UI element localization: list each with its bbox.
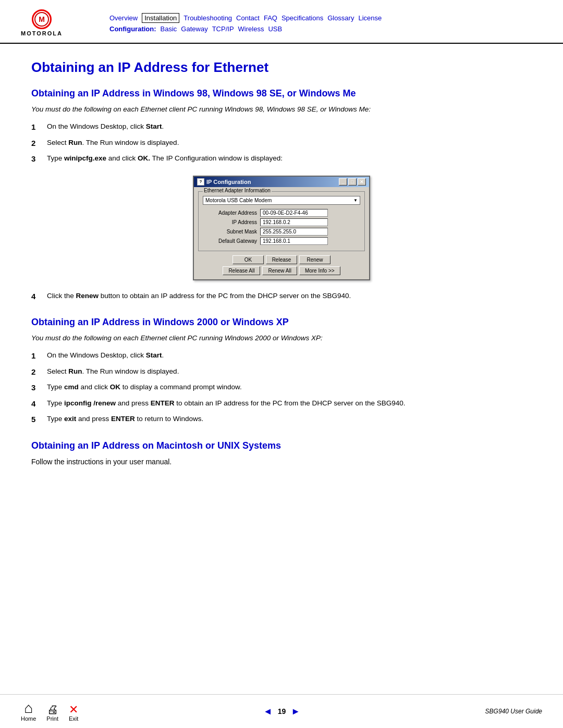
section-1: Obtaining an IP Address in Windows 98, W…: [31, 88, 532, 302]
nav-overview[interactable]: Overview: [109, 14, 138, 22]
default-gateway-label: Default Gateway: [203, 238, 260, 244]
step-1-4: 4 Click the Renew button to obtain an IP…: [31, 291, 532, 303]
section-2-steps: 1 On the Windows Desktop, click Start. 2…: [31, 350, 532, 426]
main-content: Obtaining an IP Address for Ethernet Obt…: [0, 44, 563, 533]
win-buttons-row1[interactable]: OK Release Renew: [198, 255, 365, 264]
step-1-1: 1 On the Windows Desktop, click Start.: [31, 121, 532, 133]
exit-icon: ✕: [69, 704, 78, 715]
nav-area: Overview Installation Troubleshooting Co…: [109, 13, 382, 33]
nav-row-2: Configuration: Basic Gateway TCP/IP Wire…: [109, 25, 382, 33]
motorola-text: MOTOROLA: [21, 30, 63, 36]
step-1-2: 2 Select Run. The Run window is displaye…: [31, 138, 532, 150]
header: M MOTOROLA Overview Installation Trouble…: [0, 0, 563, 44]
section-1-steps: 1 On the Windows Desktop, click Start. 2…: [31, 121, 532, 165]
ip-config-container: ? IP Configuration _ □ ✕ Ethernet Adapte…: [31, 176, 532, 280]
prev-page-button[interactable]: ◄: [263, 706, 273, 717]
config-label: Configuration:: [109, 25, 156, 33]
section-1-heading: Obtaining an IP Address in Windows 98, W…: [31, 88, 532, 99]
step-text: On the Windows Desktop, click Start.: [47, 121, 532, 133]
win-title-bar: ? IP Configuration _ □ ✕: [194, 177, 369, 187]
close-button[interactable]: ✕: [358, 178, 366, 186]
default-gateway-row: Default Gateway 192.168.0.1: [203, 237, 360, 245]
more-info-button[interactable]: More Info >>: [299, 266, 340, 275]
nav-contact[interactable]: Contact: [236, 14, 260, 22]
home-label: Home: [21, 715, 36, 722]
home-button[interactable]: ⌂ Home: [21, 701, 36, 722]
nav-specifications[interactable]: Specifications: [282, 14, 323, 22]
footer-page: ◄ 19 ►: [263, 706, 300, 717]
ip-address-value: 192.168.0.2: [260, 218, 328, 226]
motorola-icon: M: [32, 9, 52, 29]
step-number: 1: [31, 121, 47, 133]
ip-config-window: ? IP Configuration _ □ ✕ Ethernet Adapte…: [193, 176, 370, 280]
default-gateway-value: 192.168.0.1: [260, 237, 328, 245]
nav-row-1: Overview Installation Troubleshooting Co…: [109, 13, 382, 23]
adapter-address-value: 00-09-0E-D2-F4-46: [260, 209, 328, 217]
footer-icons: ⌂ Home 🖨 Print ✕ Exit: [21, 701, 78, 722]
ok-button[interactable]: OK: [232, 255, 264, 264]
svg-text:M: M: [39, 15, 45, 23]
ip-address-label: IP Address: [203, 219, 260, 225]
motorola-logo: M MOTOROLA: [21, 9, 63, 36]
minimize-button[interactable]: _: [339, 178, 347, 186]
step-text: Click the Renew button to obtain an IP a…: [47, 291, 532, 303]
step-text: On the Windows Desktop, click Start.: [47, 350, 532, 362]
nav-wireless[interactable]: Wireless: [238, 25, 264, 33]
nav-basic[interactable]: Basic: [161, 25, 177, 33]
info-grid: Adapter Address 00-09-0E-D2-F4-46 IP Add…: [203, 209, 360, 245]
step-number: 4: [31, 291, 47, 303]
subnet-mask-value: 255.255.255.0: [260, 228, 328, 236]
print-icon: 🖨: [47, 704, 58, 715]
win-controls[interactable]: _ □ ✕: [339, 178, 366, 186]
maximize-button[interactable]: □: [348, 178, 357, 186]
renew-button[interactable]: Renew: [299, 255, 331, 264]
section-2-heading: Obtaining an IP Address in Windows 2000 …: [31, 317, 532, 328]
footer: ⌂ Home 🖨 Print ✕ Exit ◄ 19 ► SBG940 User…: [0, 694, 563, 728]
next-page-button[interactable]: ►: [291, 706, 300, 717]
step-number: 3: [31, 153, 47, 165]
nav-tcpip[interactable]: TCP/IP: [212, 25, 234, 33]
step-2-2: 2 Select Run. The Run window is displaye…: [31, 366, 532, 378]
win-icon-small: ?: [197, 178, 204, 186]
nav-license[interactable]: License: [358, 14, 382, 22]
exit-button[interactable]: ✕ Exit: [69, 704, 78, 722]
nav-troubleshooting[interactable]: Troubleshooting: [183, 14, 232, 22]
print-label: Print: [46, 715, 58, 722]
group-label: Ethernet Adapter Information: [203, 188, 272, 193]
step-number: 2: [31, 138, 47, 150]
section-2-note: You must do the following on each Ethern…: [31, 334, 532, 342]
step-2-3: 3 Type cmd and click OK to display a com…: [31, 382, 532, 394]
page-number: 19: [278, 707, 286, 715]
step-text: Type winipcfg.exe and click OK. The IP C…: [47, 153, 532, 165]
nav-faq[interactable]: FAQ: [264, 14, 277, 22]
nav-glossary[interactable]: Glossary: [327, 14, 354, 22]
step-2-1: 1 On the Windows Desktop, click Start.: [31, 350, 532, 362]
nav-gateway[interactable]: Gateway: [181, 25, 207, 33]
logo-area: M MOTOROLA: [21, 9, 94, 36]
step-text: Select Run. The Run window is displayed.: [47, 366, 532, 378]
dropdown-arrow-icon: ▼: [353, 198, 358, 203]
release-button[interactable]: Release: [266, 255, 297, 264]
step-text: Type exit and press ENTER to return to W…: [47, 414, 532, 426]
exit-label: Exit: [69, 715, 78, 722]
win-title-left: ? IP Configuration: [197, 178, 251, 186]
nav-usb[interactable]: USB: [268, 25, 282, 33]
step-number: 1: [31, 350, 47, 362]
step-2-4: 4 Type ipconfig /renew and press ENTER t…: [31, 398, 532, 410]
adapter-dropdown[interactable]: Motorola USB Cable Modem ▼: [203, 196, 360, 205]
section-3-text: Follow the instructions in your user man…: [31, 458, 532, 466]
adapter-address-label: Adapter Address: [203, 210, 260, 216]
step-text: Type ipconfig /renew and press ENTER to …: [47, 398, 532, 410]
print-button[interactable]: 🖨 Print: [46, 704, 58, 722]
section-3: Obtaining an IP Address on Macintosh or …: [31, 440, 532, 466]
subnet-mask-label: Subnet Mask: [203, 229, 260, 235]
renew-all-button[interactable]: Renew All: [262, 266, 297, 275]
guide-name: SBG940 User Guide: [485, 708, 542, 715]
nav-installation[interactable]: Installation: [142, 13, 179, 23]
ip-address-row: IP Address 192.168.0.2: [203, 218, 360, 226]
win-buttons-row2[interactable]: Release All Renew All More Info >>: [198, 266, 365, 275]
release-all-button[interactable]: Release All: [223, 266, 260, 275]
step-2-5: 5 Type exit and press ENTER to return to…: [31, 414, 532, 426]
step-number: 3: [31, 382, 47, 394]
section-1-step4: 4 Click the Renew button to obtain an IP…: [31, 291, 532, 303]
